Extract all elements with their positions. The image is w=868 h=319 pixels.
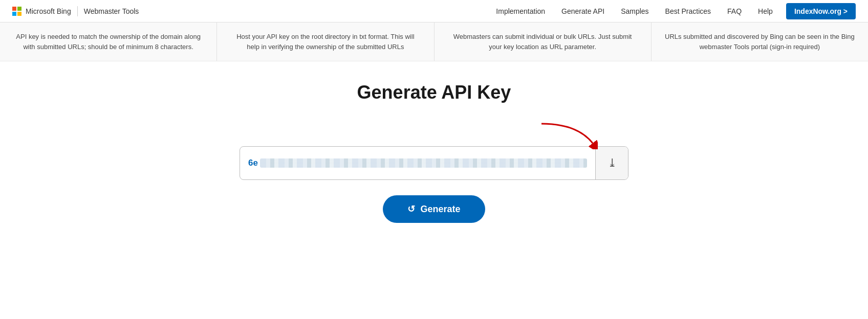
info-card-1: API key is needed to match the ownership…	[0, 22, 217, 61]
arrow-container	[240, 124, 628, 144]
indexnow-cta-button[interactable]: IndexNow.org >	[786, 3, 856, 19]
info-card-1-text: API key is needed to match the ownership…	[16, 33, 201, 51]
header: Microsoft Bing Webmaster Tools Implement…	[0, 0, 868, 22]
header-left: Microsoft Bing Webmaster Tools	[12, 6, 139, 16]
refresh-icon: ↺	[407, 203, 415, 215]
main-nav: Implementation Generate API Samples Best…	[489, 3, 856, 19]
microsoft-logo-icon	[12, 7, 21, 16]
download-icon: ⤓	[607, 156, 617, 170]
info-card-3-text: Webmasters can submit individual or bulk…	[453, 33, 632, 51]
product-name: Webmaster Tools	[84, 7, 139, 15]
download-button[interactable]: ⤓	[595, 147, 628, 179]
red-arrow-icon	[536, 119, 598, 149]
nav-faq[interactable]: FAQ	[720, 4, 749, 18]
header-divider	[77, 6, 78, 16]
info-card-4: URLs submitted and discovered by Bing ca…	[652, 22, 868, 61]
api-key-blurred	[260, 158, 587, 168]
generate-button-label: Generate	[420, 204, 460, 215]
info-cards-row: API key is needed to match the ownership…	[0, 22, 868, 61]
info-card-2-text: Host your API key on the root directory …	[236, 33, 414, 51]
nav-generate-api[interactable]: Generate API	[554, 4, 612, 18]
generate-button[interactable]: ↺ Generate	[383, 195, 485, 223]
info-card-4-text: URLs submitted and discovered by Bing ca…	[665, 33, 855, 51]
api-key-prefix: 6e	[248, 158, 258, 168]
main-content: Generate API Key 6e ⤓ ↺ Generate	[0, 61, 868, 238]
info-card-3: Webmasters can submit individual or bulk…	[435, 22, 652, 61]
nav-implementation[interactable]: Implementation	[489, 4, 552, 18]
brand-name: Microsoft Bing	[26, 7, 71, 15]
api-key-field: 6e ⤓	[240, 146, 628, 180]
api-key-value: 6e	[240, 149, 595, 177]
info-card-2: Host your API key on the root directory …	[217, 22, 434, 61]
nav-samples[interactable]: Samples	[614, 4, 656, 18]
page-title: Generate API Key	[357, 82, 511, 103]
bing-logo: Microsoft Bing Webmaster Tools	[12, 6, 139, 16]
nav-help[interactable]: Help	[751, 4, 780, 18]
nav-best-practices[interactable]: Best Practices	[658, 4, 718, 18]
